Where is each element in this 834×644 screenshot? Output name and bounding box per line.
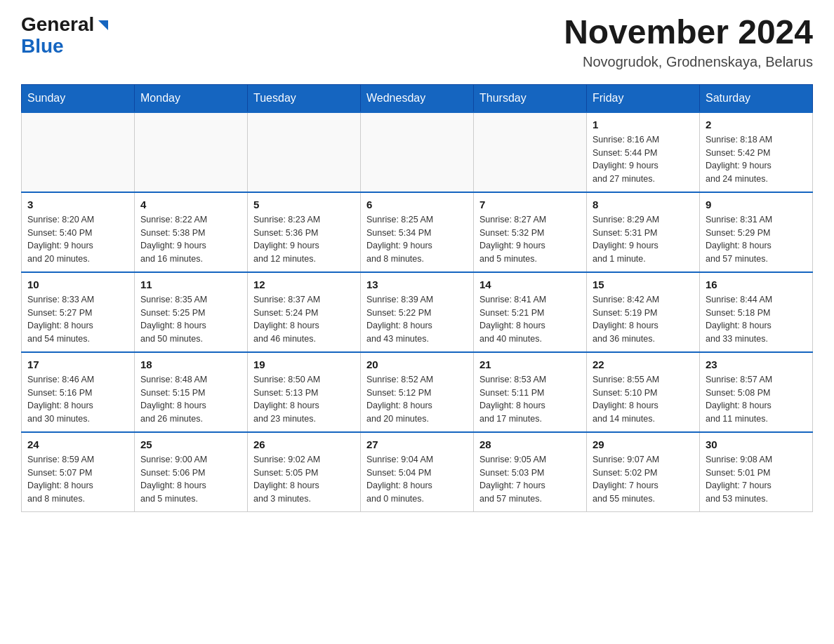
location-title: Novogrudok, Grodnenskaya, Belarus bbox=[564, 54, 813, 70]
calendar-cell: 14Sunrise: 8:41 AM Sunset: 5:21 PM Dayli… bbox=[474, 272, 587, 352]
weekday-header-thursday: Thursday bbox=[474, 84, 587, 112]
day-number: 11 bbox=[140, 279, 241, 290]
calendar-table: SundayMondayTuesdayWednesdayThursdayFrid… bbox=[21, 84, 813, 512]
day-number: 17 bbox=[27, 358, 128, 370]
day-info: Sunrise: 8:42 AM Sunset: 5:19 PM Dayligh… bbox=[593, 293, 694, 346]
day-info: Sunrise: 8:48 AM Sunset: 5:15 PM Dayligh… bbox=[140, 373, 241, 426]
day-info: Sunrise: 8:46 AM Sunset: 5:16 PM Dayligh… bbox=[27, 373, 128, 426]
weekday-header-tuesday: Tuesday bbox=[248, 84, 361, 112]
weekday-header-sunday: Sunday bbox=[22, 84, 135, 112]
calendar-cell: 10Sunrise: 8:33 AM Sunset: 5:27 PM Dayli… bbox=[22, 272, 135, 352]
day-info: Sunrise: 8:18 AM Sunset: 5:42 PM Dayligh… bbox=[706, 133, 807, 186]
day-info: Sunrise: 8:50 AM Sunset: 5:13 PM Dayligh… bbox=[253, 373, 355, 426]
calendar-cell: 28Sunrise: 9:05 AM Sunset: 5:03 PM Dayli… bbox=[474, 432, 587, 512]
day-number: 18 bbox=[140, 358, 241, 370]
day-number: 10 bbox=[27, 279, 128, 290]
day-info: Sunrise: 8:22 AM Sunset: 5:38 PM Dayligh… bbox=[140, 213, 241, 266]
day-number: 19 bbox=[253, 358, 355, 370]
weekday-header-monday: Monday bbox=[135, 84, 248, 112]
day-number: 30 bbox=[706, 438, 807, 450]
calendar-cell: 24Sunrise: 8:59 AM Sunset: 5:07 PM Dayli… bbox=[22, 432, 135, 512]
day-info: Sunrise: 8:44 AM Sunset: 5:18 PM Dayligh… bbox=[706, 293, 807, 346]
calendar-cell: 1Sunrise: 8:16 AM Sunset: 5:44 PM Daylig… bbox=[587, 112, 700, 192]
logo-blue: Blue bbox=[21, 36, 64, 58]
calendar-cell: 17Sunrise: 8:46 AM Sunset: 5:16 PM Dayli… bbox=[22, 352, 135, 432]
calendar-cell: 12Sunrise: 8:37 AM Sunset: 5:24 PM Dayli… bbox=[248, 272, 361, 352]
calendar-cell: 21Sunrise: 8:53 AM Sunset: 5:11 PM Dayli… bbox=[474, 352, 587, 432]
day-info: Sunrise: 8:39 AM Sunset: 5:22 PM Dayligh… bbox=[366, 293, 468, 346]
calendar-cell: 25Sunrise: 9:00 AM Sunset: 5:06 PM Dayli… bbox=[135, 432, 248, 512]
calendar-cell bbox=[135, 112, 248, 192]
day-number: 4 bbox=[140, 199, 241, 210]
day-number: 5 bbox=[253, 199, 355, 210]
day-number: 7 bbox=[479, 199, 581, 210]
day-number: 24 bbox=[27, 438, 128, 450]
day-number: 3 bbox=[27, 199, 128, 210]
day-number: 26 bbox=[253, 438, 355, 450]
calendar-cell bbox=[361, 112, 474, 192]
weekday-header-wednesday: Wednesday bbox=[361, 84, 474, 112]
weekday-header-saturday: Saturday bbox=[700, 84, 813, 112]
calendar-cell: 2Sunrise: 8:18 AM Sunset: 5:42 PM Daylig… bbox=[700, 112, 813, 192]
day-info: Sunrise: 8:52 AM Sunset: 5:12 PM Dayligh… bbox=[366, 373, 468, 426]
logo-general: General bbox=[21, 14, 94, 36]
logo: General Blue bbox=[21, 14, 111, 58]
calendar-cell: 26Sunrise: 9:02 AM Sunset: 5:05 PM Dayli… bbox=[248, 432, 361, 512]
day-info: Sunrise: 8:37 AM Sunset: 5:24 PM Dayligh… bbox=[253, 293, 355, 346]
calendar-week-row: 10Sunrise: 8:33 AM Sunset: 5:27 PM Dayli… bbox=[22, 272, 813, 352]
svg-marker-0 bbox=[98, 20, 108, 30]
day-number: 20 bbox=[366, 358, 468, 370]
title-area: November 2024 Novogrudok, Grodnenskaya, … bbox=[564, 14, 813, 70]
calendar-cell: 11Sunrise: 8:35 AM Sunset: 5:25 PM Dayli… bbox=[135, 272, 248, 352]
day-number: 6 bbox=[366, 199, 468, 210]
logo-triangle-icon bbox=[95, 18, 111, 33]
day-info: Sunrise: 8:59 AM Sunset: 5:07 PM Dayligh… bbox=[27, 453, 128, 506]
day-number: 15 bbox=[593, 279, 694, 290]
calendar-cell bbox=[248, 112, 361, 192]
day-number: 9 bbox=[706, 199, 807, 210]
day-info: Sunrise: 9:00 AM Sunset: 5:06 PM Dayligh… bbox=[140, 453, 241, 506]
day-info: Sunrise: 8:55 AM Sunset: 5:10 PM Dayligh… bbox=[593, 373, 694, 426]
day-info: Sunrise: 9:07 AM Sunset: 5:02 PM Dayligh… bbox=[593, 453, 694, 506]
day-number: 25 bbox=[140, 438, 241, 450]
calendar-cell: 16Sunrise: 8:44 AM Sunset: 5:18 PM Dayli… bbox=[700, 272, 813, 352]
day-info: Sunrise: 8:53 AM Sunset: 5:11 PM Dayligh… bbox=[479, 373, 581, 426]
calendar-cell: 22Sunrise: 8:55 AM Sunset: 5:10 PM Dayli… bbox=[587, 352, 700, 432]
day-number: 29 bbox=[593, 438, 694, 450]
day-info: Sunrise: 8:16 AM Sunset: 5:44 PM Dayligh… bbox=[593, 133, 694, 186]
day-info: Sunrise: 9:04 AM Sunset: 5:04 PM Dayligh… bbox=[366, 453, 468, 506]
day-info: Sunrise: 8:41 AM Sunset: 5:21 PM Dayligh… bbox=[479, 293, 581, 346]
day-number: 27 bbox=[366, 438, 468, 450]
calendar-cell: 4Sunrise: 8:22 AM Sunset: 5:38 PM Daylig… bbox=[135, 192, 248, 272]
calendar-cell: 29Sunrise: 9:07 AM Sunset: 5:02 PM Dayli… bbox=[587, 432, 700, 512]
day-info: Sunrise: 8:29 AM Sunset: 5:31 PM Dayligh… bbox=[593, 213, 694, 266]
calendar-week-row: 1Sunrise: 8:16 AM Sunset: 5:44 PM Daylig… bbox=[22, 112, 813, 192]
calendar-cell: 30Sunrise: 9:08 AM Sunset: 5:01 PM Dayli… bbox=[700, 432, 813, 512]
weekday-header-row: SundayMondayTuesdayWednesdayThursdayFrid… bbox=[22, 84, 813, 112]
calendar-cell bbox=[22, 112, 135, 192]
calendar-cell bbox=[474, 112, 587, 192]
day-info: Sunrise: 9:05 AM Sunset: 5:03 PM Dayligh… bbox=[479, 453, 581, 506]
calendar-cell: 15Sunrise: 8:42 AM Sunset: 5:19 PM Dayli… bbox=[587, 272, 700, 352]
day-number: 8 bbox=[593, 199, 694, 210]
day-number: 1 bbox=[593, 119, 694, 130]
calendar-cell: 27Sunrise: 9:04 AM Sunset: 5:04 PM Dayli… bbox=[361, 432, 474, 512]
day-number: 13 bbox=[366, 279, 468, 290]
day-info: Sunrise: 9:02 AM Sunset: 5:05 PM Dayligh… bbox=[253, 453, 355, 506]
calendar-cell: 6Sunrise: 8:25 AM Sunset: 5:34 PM Daylig… bbox=[361, 192, 474, 272]
day-number: 12 bbox=[253, 279, 355, 290]
calendar-cell: 20Sunrise: 8:52 AM Sunset: 5:12 PM Dayli… bbox=[361, 352, 474, 432]
calendar-cell: 19Sunrise: 8:50 AM Sunset: 5:13 PM Dayli… bbox=[248, 352, 361, 432]
calendar-week-row: 24Sunrise: 8:59 AM Sunset: 5:07 PM Dayli… bbox=[22, 432, 813, 512]
calendar-cell: 13Sunrise: 8:39 AM Sunset: 5:22 PM Dayli… bbox=[361, 272, 474, 352]
calendar-cell: 5Sunrise: 8:23 AM Sunset: 5:36 PM Daylig… bbox=[248, 192, 361, 272]
day-info: Sunrise: 8:35 AM Sunset: 5:25 PM Dayligh… bbox=[140, 293, 241, 346]
calendar-cell: 7Sunrise: 8:27 AM Sunset: 5:32 PM Daylig… bbox=[474, 192, 587, 272]
calendar-week-row: 17Sunrise: 8:46 AM Sunset: 5:16 PM Dayli… bbox=[22, 352, 813, 432]
day-number: 28 bbox=[479, 438, 581, 450]
day-info: Sunrise: 8:25 AM Sunset: 5:34 PM Dayligh… bbox=[366, 213, 468, 266]
day-number: 23 bbox=[706, 358, 807, 370]
calendar-cell: 8Sunrise: 8:29 AM Sunset: 5:31 PM Daylig… bbox=[587, 192, 700, 272]
calendar-cell: 9Sunrise: 8:31 AM Sunset: 5:29 PM Daylig… bbox=[700, 192, 813, 272]
page-header: General Blue November 2024 Novogrudok, G… bbox=[21, 14, 813, 70]
